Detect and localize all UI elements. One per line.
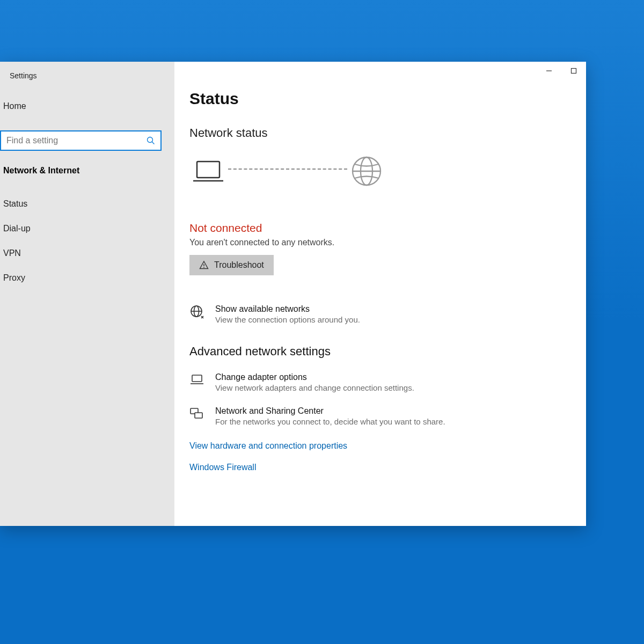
sidebar-item-proxy[interactable]: Proxy <box>0 266 174 290</box>
troubleshoot-button[interactable]: Troubleshoot <box>189 255 274 275</box>
network-icon <box>189 304 204 319</box>
adapter-title: Change adapter options <box>215 372 414 382</box>
titlebar-controls <box>537 62 586 80</box>
available-sub: View the connection options around you. <box>215 315 360 324</box>
change-adapter-options[interactable]: Change adapter options View network adap… <box>189 372 571 392</box>
connection-line <box>228 169 347 170</box>
search-wrap <box>0 116 174 151</box>
globe-icon <box>350 155 383 187</box>
show-available-networks[interactable]: Show available networks View the connect… <box>189 304 571 324</box>
search-input[interactable] <box>6 136 147 145</box>
svg-rect-14 <box>192 375 202 382</box>
not-connected-title: Not connected <box>189 222 571 235</box>
available-title: Show available networks <box>215 304 360 314</box>
section-title: Network status <box>189 126 571 140</box>
sidebar-nav: Status Dial-up VPN Proxy <box>0 192 174 290</box>
network-status-graphic <box>189 155 571 187</box>
svg-point-10 <box>203 267 204 268</box>
troubleshoot-label: Troubleshoot <box>214 260 264 270</box>
sharing-title: Network and Sharing Center <box>215 406 445 416</box>
search-icon <box>147 136 155 145</box>
svg-line-1 <box>152 142 154 144</box>
sharing-sub: For the networks you connect to, decide … <box>215 417 445 426</box>
maximize-button[interactable] <box>561 62 586 80</box>
laptop-icon <box>192 158 225 184</box>
adapter-icon <box>189 372 204 387</box>
page-title: Status <box>189 90 571 108</box>
sidebar-item-vpn[interactable]: VPN <box>0 241 174 266</box>
sharing-icon <box>189 406 204 421</box>
not-connected-sub: You aren't connected to any networks. <box>189 238 571 247</box>
link-windows-firewall[interactable]: Windows Firewall <box>189 463 256 472</box>
adapter-sub: View network adapters and change connect… <box>215 383 414 392</box>
sidebar: Settings Home Network & Internet Status … <box>0 62 174 526</box>
svg-point-0 <box>148 137 153 143</box>
sidebar-item-dialup[interactable]: Dial-up <box>0 216 174 241</box>
svg-rect-3 <box>572 69 576 74</box>
home-link[interactable]: Home <box>0 96 174 116</box>
minimize-button[interactable] <box>537 62 561 80</box>
sidebar-category: Network & Internet <box>0 151 174 182</box>
search-box[interactable] <box>0 130 162 151</box>
svg-rect-4 <box>197 162 219 178</box>
svg-rect-17 <box>195 413 202 418</box>
main-content: Status Network status Not connec <box>174 62 586 526</box>
warning-icon <box>199 260 209 270</box>
settings-window: Settings Home Network & Internet Status … <box>0 62 586 526</box>
link-hardware-properties[interactable]: View hardware and connection properties <box>189 441 347 451</box>
app-title: Settings <box>0 68 174 96</box>
advanced-title: Advanced network settings <box>189 345 571 358</box>
network-sharing-center[interactable]: Network and Sharing Center For the netwo… <box>189 406 571 426</box>
sidebar-item-status[interactable]: Status <box>0 192 174 216</box>
